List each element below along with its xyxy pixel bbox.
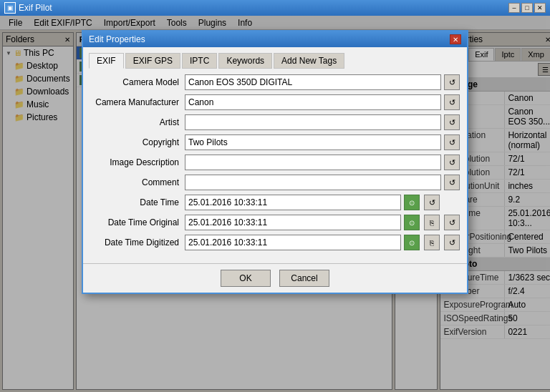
form-row-datetimedigitized: Date Time Digitized ⊙ ⎘ ↺	[89, 235, 461, 250]
input-comment[interactable]	[185, 175, 441, 190]
input-cameramodel[interactable]	[185, 74, 441, 90]
form-row-cameramfr: Camera Manufacturer ↺	[89, 94, 461, 110]
dialog-footer: OK Cancel	[83, 263, 467, 293]
datetime-now-btn[interactable]: ⊙	[404, 195, 420, 210]
form-row-datetimeoriginal: Date Time Original ⊙ ⎘ ↺	[89, 215, 461, 230]
dialog-titlebar: Edit Properties ✕	[83, 31, 467, 47]
form-row-copyright: Copyright ↺	[89, 134, 461, 150]
reset-artist[interactable]: ↺	[444, 114, 460, 130]
dialog-tabs: EXIF EXIF GPS IPTC Keywords Add New Tags	[89, 53, 461, 69]
reset-copyright[interactable]: ↺	[444, 134, 460, 150]
dialog-tab-exifgps[interactable]: EXIF GPS	[125, 53, 180, 69]
label-comment: Comment	[89, 177, 182, 187]
modal-overlay: Edit Properties ✕ EXIF EXIF GPS IPTC Key…	[0, 16, 550, 392]
maximize-button[interactable]: □	[521, 3, 533, 13]
dialog-tab-exif[interactable]: EXIF	[89, 53, 124, 69]
label-cameramodel: Camera Model	[89, 77, 182, 87]
title-bar: ▣ Exif Pilot – □ ✕	[0, 0, 550, 16]
reset-cameramodel[interactable]: ↺	[444, 74, 460, 90]
input-cameramfr[interactable]	[185, 94, 441, 110]
input-datetime[interactable]	[185, 195, 401, 210]
reset-imgdesc[interactable]: ↺	[444, 155, 460, 170]
reset-comment[interactable]: ↺	[444, 175, 460, 190]
input-datetimedigitized[interactable]	[185, 235, 401, 250]
reset-datetimedigitized[interactable]: ↺	[444, 235, 460, 250]
reset-datetime[interactable]: ↺	[424, 195, 440, 210]
datetimeoriginal-now-btn[interactable]: ⊙	[404, 215, 420, 230]
form-row-comment: Comment ↺	[89, 175, 461, 190]
label-copyright: Copyright	[89, 137, 182, 147]
input-artist[interactable]	[185, 114, 441, 130]
edit-properties-dialog: Edit Properties ✕ EXIF EXIF GPS IPTC Key…	[82, 30, 468, 294]
dialog-close-button[interactable]: ✕	[450, 34, 461, 44]
form-row-artist: Artist ↺	[89, 114, 461, 130]
ok-button[interactable]: OK	[221, 270, 271, 287]
dialog-tab-keywords[interactable]: Keywords	[218, 53, 272, 69]
label-imgdesc: Image Description	[89, 157, 182, 167]
label-artist: Artist	[89, 117, 182, 127]
cancel-button[interactable]: Cancel	[279, 270, 329, 287]
datetimeoriginal-copy-btn[interactable]: ⎘	[424, 215, 440, 230]
label-cameramfr: Camera Manufacturer	[89, 97, 182, 107]
app-title: Exif Pilot	[19, 3, 52, 13]
datetimedigitized-now-btn[interactable]: ⊙	[404, 235, 420, 250]
form-row-datetime: Date Time ⊙ ↺	[89, 195, 461, 210]
input-copyright[interactable]	[185, 134, 441, 150]
input-datetimeoriginal[interactable]	[185, 215, 401, 230]
reset-datetimeoriginal[interactable]: ↺	[444, 215, 460, 230]
dialog-tab-addnewtags[interactable]: Add New Tags	[274, 53, 344, 69]
input-imgdesc[interactable]	[185, 155, 441, 170]
app-icon: ▣	[4, 2, 16, 14]
dialog-tab-iptc[interactable]: IPTC	[182, 53, 217, 69]
reset-cameramfr[interactable]: ↺	[444, 94, 460, 110]
label-datetimeoriginal: Date Time Original	[89, 217, 182, 227]
minimize-button[interactable]: –	[508, 3, 520, 13]
label-datetimedigitized: Date Time Digitized	[89, 237, 182, 248]
form-row-cameramodel: Camera Model ↺	[89, 74, 461, 90]
form-row-imgdesc: Image Description ↺	[89, 155, 461, 170]
label-datetime: Date Time	[89, 197, 182, 207]
datetimedigitized-copy-btn[interactable]: ⎘	[424, 235, 440, 250]
dialog-title: Edit Properties	[89, 34, 145, 44]
close-button[interactable]: ✕	[534, 3, 546, 13]
dialog-body: EXIF EXIF GPS IPTC Keywords Add New Tags…	[83, 47, 467, 260]
